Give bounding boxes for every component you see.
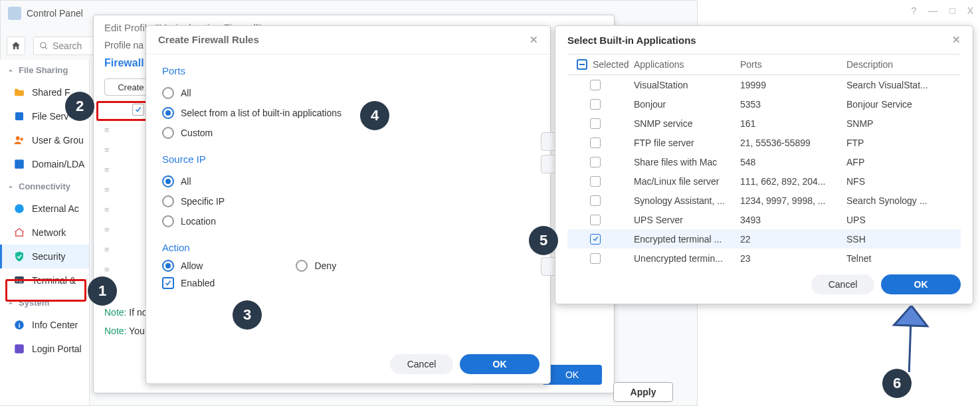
svg-point-3	[16, 136, 20, 140]
app-name: Bonjour	[634, 99, 740, 110]
action-deny-option[interactable]: Deny	[296, 260, 336, 272]
maximize-button[interactable]: □	[949, 5, 955, 16]
app-port: 22	[740, 234, 846, 245]
select-all-checkbox[interactable]	[577, 59, 587, 70]
create-rules-title: Create Firewall Rules	[158, 34, 259, 46]
chevron-up-icon	[7, 299, 15, 307]
create-firewall-rules-modal: Create Firewall Rules ✕ Ports All Select…	[146, 25, 551, 384]
app-name: UPS Server	[634, 215, 740, 225]
window-controls: ? — □ X	[911, 5, 973, 16]
annotation-arrow-6	[887, 306, 933, 372]
ports-builtin-option[interactable]: Select from a list of built-in applicati…	[162, 103, 534, 123]
apps-cancel-button[interactable]: Cancel	[811, 274, 874, 294]
control-panel-icon	[8, 7, 21, 20]
app-name: Synology Assistant, ...	[634, 195, 740, 206]
app-desc: SSH	[846, 234, 961, 245]
app-row[interactable]: Encrypted terminal ...22SSH	[567, 229, 961, 249]
select-builtin-apps-modal: Select Built-in Applications ✕ Selected …	[555, 25, 973, 304]
app-row-checkbox[interactable]	[590, 215, 601, 225]
close-icon[interactable]: ✕	[952, 34, 961, 46]
app-name: SNMP service	[634, 118, 740, 129]
sidebar-item-user-group[interactable]: User & Grou	[0, 128, 89, 152]
app-name: Encrypted terminal ...	[634, 234, 740, 245]
app-row[interactable]: UPS Server3493UPS	[567, 210, 961, 229]
app-port: 23	[740, 253, 846, 264]
app-port: 161	[740, 118, 846, 129]
app-name: Share files with Mac	[634, 157, 740, 167]
sidebar-section-file-sharing[interactable]: File Sharing	[0, 60, 89, 80]
app-row[interactable]: SNMP service161SNMP	[567, 114, 961, 133]
sidebar-item-external-access[interactable]: External Ac	[0, 197, 89, 221]
sidebar-item-info-center[interactable]: iInfo Center	[0, 313, 89, 337]
svg-rect-10	[15, 344, 24, 354]
svg-rect-7	[15, 276, 24, 284]
sidebar-item-network[interactable]: Network	[0, 221, 89, 245]
sidebar-section-system[interactable]: System	[0, 292, 89, 313]
app-row[interactable]: Unencrypted termin...23Telnet	[567, 249, 961, 268]
sidebar-item-security[interactable]: Security	[0, 245, 89, 268]
help-icon[interactable]: ?	[911, 5, 916, 16]
app-name: Mac/Linux file server	[634, 176, 740, 187]
rules-cancel-button[interactable]: Cancel	[390, 354, 453, 374]
search-placeholder: Search	[52, 41, 82, 51]
action-enabled-checkbox[interactable]: Enabled	[162, 277, 215, 289]
enabled-header-checkbox[interactable]	[132, 104, 144, 116]
app-row-checkbox[interactable]	[590, 118, 601, 129]
svg-point-6	[15, 204, 24, 213]
app-row-checkbox[interactable]	[590, 176, 601, 187]
chevron-up-icon	[7, 66, 15, 74]
app-row[interactable]: Share files with Mac548AFP	[567, 152, 961, 171]
sidebar-section-connectivity[interactable]: Connectivity	[0, 176, 89, 197]
chevron-up-icon	[7, 183, 15, 191]
ports-custom-option[interactable]: Custom	[162, 123, 534, 143]
rules-ok-button[interactable]: OK	[460, 354, 539, 374]
app-row[interactable]: FTP file server21, 55536-55899FTP	[567, 133, 961, 152]
edit-profile-ok[interactable]: OK	[542, 365, 602, 385]
app-table-header: Selected Applications Ports Description	[567, 54, 961, 75]
ports-all-option[interactable]: All	[162, 83, 534, 103]
close-button[interactable]: X	[967, 5, 973, 16]
app-desc: UPS	[846, 215, 961, 225]
app-desc: Telnet	[846, 253, 961, 264]
svg-text:i: i	[19, 322, 21, 329]
sourceip-all-option[interactable]: All	[162, 171, 534, 191]
window-title: Control Panel	[8, 7, 83, 20]
app-row-checkbox[interactable]	[590, 138, 601, 148]
app-row-checkbox[interactable]	[590, 157, 601, 167]
app-row-checkbox[interactable]	[590, 99, 601, 110]
sourceip-location-option[interactable]: Location	[162, 211, 534, 231]
app-desc: FTP	[846, 138, 961, 148]
sidebar-item-shared-folder[interactable]: Shared F	[0, 80, 89, 104]
minimize-button[interactable]: —	[928, 5, 937, 16]
app-row-checkbox[interactable]	[590, 234, 601, 245]
sidebar-item-login-portal[interactable]: Login Portal	[0, 337, 89, 361]
app-row[interactable]: VisualStation19999Search VisualStat...	[567, 75, 961, 94]
sourceip-specific-option[interactable]: Specific IP	[162, 191, 534, 211]
sidebar-item-domain[interactable]: Domain/LDA	[0, 152, 89, 176]
app-port: 111, 662, 892, 204...	[740, 176, 846, 187]
home-button[interactable]	[7, 37, 25, 55]
app-row-checkbox[interactable]	[590, 253, 601, 264]
action-allow-option[interactable]: Allow	[162, 260, 203, 272]
app-port: 19999	[740, 80, 846, 90]
svg-rect-5	[15, 159, 24, 169]
sidebar-item-file-services[interactable]: File Serv	[0, 104, 89, 128]
close-icon[interactable]: ✕	[530, 34, 538, 46]
app-row-checkbox[interactable]	[590, 80, 601, 90]
app-port: 1234, 9997, 9998, ...	[740, 195, 846, 206]
svg-rect-2	[15, 112, 23, 120]
app-name: Unencrypted termin...	[634, 253, 740, 264]
app-row[interactable]: Bonjour5353Bonjour Service	[567, 94, 961, 114]
action-header: Action	[162, 242, 534, 253]
apply-button[interactable]: Apply	[613, 382, 673, 402]
app-row[interactable]: Mac/Linux file server111, 662, 892, 204.…	[567, 171, 961, 191]
window-title-text: Control Panel	[27, 8, 83, 19]
search-icon	[39, 41, 49, 51]
sidebar-item-terminal[interactable]: Terminal &	[0, 268, 89, 292]
app-port: 548	[740, 157, 846, 167]
apps-ok-button[interactable]: OK	[881, 274, 961, 294]
search-input[interactable]: Search	[33, 37, 96, 55]
app-row[interactable]: Synology Assistant, ...1234, 9997, 9998,…	[567, 191, 961, 210]
ports-header: Ports	[162, 65, 534, 76]
app-row-checkbox[interactable]	[590, 195, 601, 206]
